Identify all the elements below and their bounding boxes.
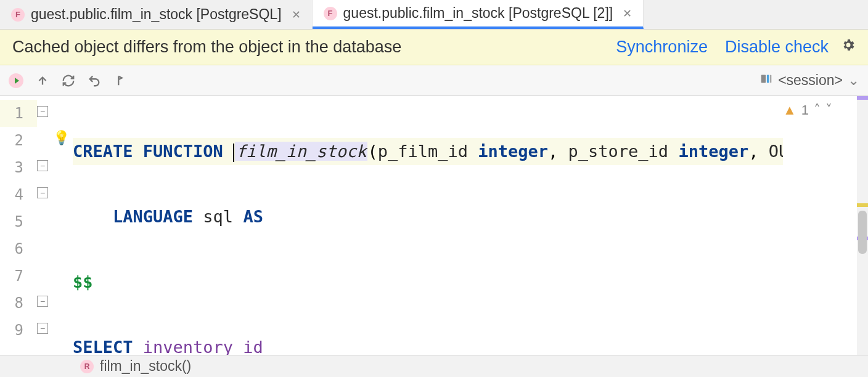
synchronize-link[interactable]: Synchronize: [616, 38, 708, 57]
close-icon[interactable]: ✕: [292, 8, 301, 22]
line-number: 4: [0, 181, 37, 208]
undo-icon[interactable]: [88, 74, 101, 87]
line-number: 6: [0, 235, 37, 262]
gear-icon[interactable]: [841, 38, 856, 57]
line-number: 7: [0, 262, 37, 290]
line-number: 2: [0, 127, 37, 154]
session-icon: [760, 72, 773, 89]
line-number: 5: [0, 208, 37, 235]
close-icon[interactable]: ✕: [623, 7, 632, 20]
banner-message: Cached object differs from the object in…: [12, 38, 599, 57]
line-number: 3: [0, 154, 37, 181]
fold-toggle[interactable]: −: [37, 160, 48, 171]
code-line: SELECT inventory_id: [73, 334, 783, 355]
notification-banner: Cached object differs from the object in…: [0, 30, 868, 65]
warning-icon: ▲: [783, 102, 796, 118]
scroll-marker: [857, 203, 868, 207]
file-icon: F: [11, 8, 25, 22]
chevron-down-icon: ⌄: [848, 72, 859, 89]
svg-rect-1: [767, 75, 769, 83]
tab-label: guest.public.film_in_stock [PostgreSQL]: [31, 6, 282, 23]
chevron-up-icon[interactable]: ˄: [814, 102, 821, 118]
chevron-down-icon[interactable]: ˅: [825, 102, 832, 118]
line-number: 1: [0, 100, 37, 127]
breadcrumb-text: film_in_stock(): [100, 358, 191, 375]
svg-rect-0: [761, 75, 766, 83]
inspection-widget[interactable]: ▲ 1 ˄ ˅: [783, 96, 857, 355]
session-label: <session>: [778, 72, 843, 89]
run-button[interactable]: [9, 73, 23, 88]
line-gutter: 1 2 3 4 5 6 7 8 9: [0, 96, 37, 355]
scrollbar[interactable]: [857, 96, 868, 355]
upload-icon[interactable]: [36, 74, 49, 87]
scroll-thumb[interactable]: [858, 211, 867, 254]
fold-toggle[interactable]: −: [37, 323, 48, 334]
tab-label: guest.public.film_in_stock [PostgreSQL […: [343, 5, 613, 22]
code-line: LANGUAGE sql AS: [73, 203, 783, 230]
tab-file-2[interactable]: F guest.public.film_in_stock [PostgreSQL…: [313, 0, 644, 29]
disable-check-link[interactable]: Disable check: [725, 38, 829, 57]
fold-toggle[interactable]: −: [37, 296, 48, 307]
routine-icon: R: [80, 360, 94, 373]
refresh-icon[interactable]: [62, 74, 75, 87]
session-selector[interactable]: <session> ⌄: [760, 72, 859, 89]
fold-column: − 💡 − − − −: [37, 96, 73, 355]
svg-rect-2: [771, 75, 772, 83]
revert-icon[interactable]: [113, 74, 127, 87]
bulb-icon[interactable]: 💡: [53, 130, 70, 146]
tabs-bar: F guest.public.film_in_stock [PostgreSQL…: [0, 0, 868, 30]
code-editor[interactable]: 1 2 3 4 5 6 7 8 9 − 💡 − − − − CREATE FUN…: [0, 96, 868, 355]
fold-toggle[interactable]: −: [37, 187, 48, 198]
code-line: CREATE FUNCTION film_in_stock(p_film_id …: [73, 138, 783, 165]
line-number: 8: [0, 290, 37, 317]
warning-count: 1: [801, 102, 809, 118]
code-area[interactable]: CREATE FUNCTION film_in_stock(p_film_id …: [73, 96, 783, 355]
tab-file-1[interactable]: F guest.public.film_in_stock [PostgreSQL…: [0, 0, 313, 29]
scroll-marker: [857, 96, 868, 100]
editor-toolbar: <session> ⌄: [0, 65, 868, 96]
file-icon: F: [324, 7, 337, 20]
fold-toggle[interactable]: −: [37, 106, 48, 117]
line-number: 9: [0, 317, 37, 344]
breadcrumb-bar: R film_in_stock(): [0, 355, 868, 377]
code-line: $$: [73, 269, 783, 296]
